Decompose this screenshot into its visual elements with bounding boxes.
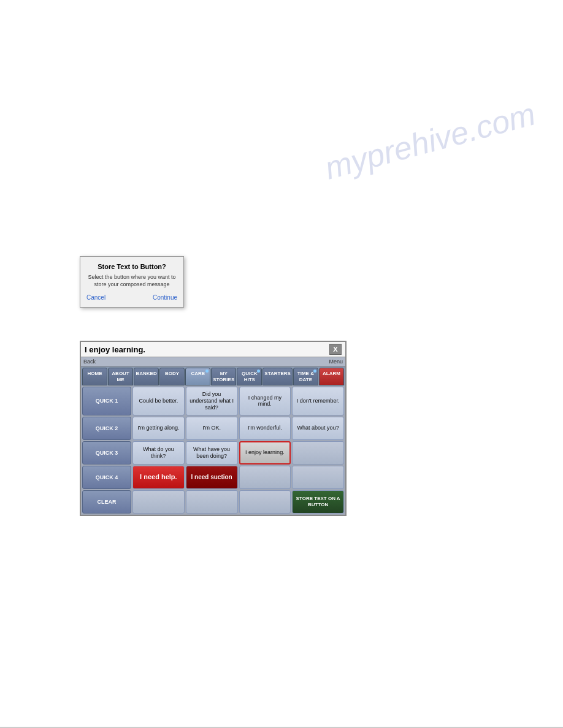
dialog-title: Store Text to Button? (86, 263, 177, 270)
cell-q3-4[interactable] (292, 441, 344, 464)
tab-banked[interactable]: BANKED (134, 368, 159, 385)
cell-clear-1[interactable] (132, 490, 185, 514)
cell-q1-1[interactable]: Could be better. (132, 387, 185, 415)
clear-label[interactable]: CLEAR (82, 490, 131, 514)
cell-q4-1[interactable]: I need help. (132, 466, 185, 489)
cell-q2-3[interactable]: I'm wonderful. (239, 417, 291, 440)
cell-q4-2[interactable]: I need suction (186, 466, 238, 489)
aac-panel: I enjoy learning. X Back Menu HOME ABOUT… (80, 341, 347, 516)
clear-row: CLEAR STORE TEXT ON A BUTTON (81, 490, 345, 515)
tab-care[interactable]: CARE (185, 368, 210, 385)
cell-q3-1[interactable]: What do you think? (132, 441, 185, 464)
tab-home[interactable]: HOME (82, 368, 107, 385)
dialog-buttons: Cancel Continue (86, 294, 177, 301)
cell-q2-4[interactable]: What about you? (292, 417, 344, 440)
back-button[interactable]: Back (83, 358, 96, 365)
tab-my-stories[interactable]: MY STORIES (211, 368, 236, 385)
cell-q1-4[interactable]: I don't remember. (292, 387, 344, 415)
menu-button[interactable]: Menu (329, 358, 343, 365)
cancel-button[interactable]: Cancel (86, 294, 105, 301)
grid-area: QUICK 1 Could be better. Did you underst… (81, 385, 345, 490)
row-label-quick2[interactable]: QUICK 2 (82, 417, 131, 440)
store-text-button[interactable]: STORE TEXT ON A BUTTON (292, 490, 344, 514)
continue-button[interactable]: Continue (153, 294, 177, 301)
cell-q2-1[interactable]: I'm getting along. (132, 417, 185, 440)
cell-clear-2[interactable] (186, 490, 238, 514)
tab-quick-hits[interactable]: QUICK HITS (237, 368, 262, 385)
row-label-quick3[interactable]: QUICK 3 (82, 441, 131, 464)
close-button[interactable]: X (329, 344, 342, 355)
cell-q4-4[interactable] (292, 466, 344, 489)
watermark: myprehive.com (321, 95, 540, 186)
tab-about-me[interactable]: ABOUT ME (108, 368, 133, 385)
cell-q3-2[interactable]: What have you been doing? (186, 441, 238, 464)
cell-q4-3[interactable] (239, 466, 291, 489)
aac-title: I enjoy learning. (85, 345, 145, 354)
title-bar: I enjoy learning. X (81, 342, 345, 357)
row-label-quick4[interactable]: QUICK 4 (82, 466, 131, 489)
store-text-dialog: Store Text to Button? Select the button … (80, 256, 184, 308)
cell-q2-2[interactable]: I'm OK. (186, 417, 238, 440)
tab-row: HOME ABOUT ME BANKED BODY CARE MY STORIE… (81, 366, 345, 385)
cell-q1-2[interactable]: Did you understand what I said? (186, 387, 238, 415)
tab-body[interactable]: BODY (159, 368, 185, 385)
dialog-subtitle: Select the button where you want to stor… (86, 274, 177, 288)
cell-clear-3[interactable] (239, 490, 291, 514)
tab-alarm[interactable]: ALARM (319, 368, 344, 385)
tab-time-date[interactable]: TIME & DATE (293, 368, 318, 385)
nav-bar: Back Menu (81, 357, 345, 366)
row-label-quick1[interactable]: QUICK 1 (82, 387, 131, 415)
tab-starters[interactable]: STARTERS (262, 368, 293, 385)
cell-q3-3-highlight[interactable]: I enjoy learning. (239, 441, 291, 464)
cell-q1-3[interactable]: I changed my mind. (239, 387, 291, 415)
